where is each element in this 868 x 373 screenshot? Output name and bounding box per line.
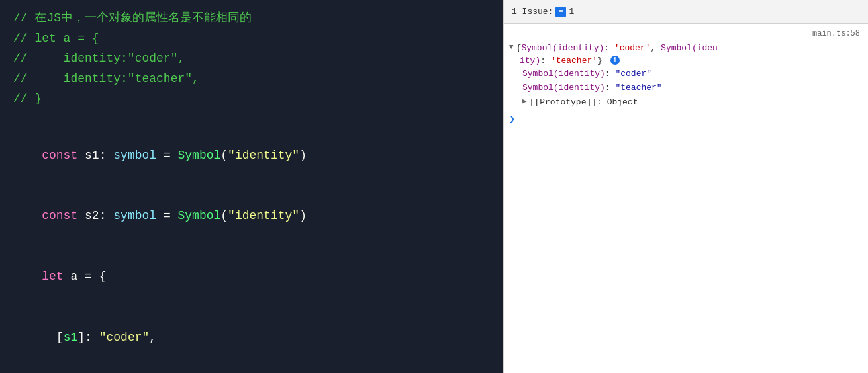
teacher-value: "teacher": [615, 83, 661, 93]
devtools-content: main.ts:58 {Symbol(identity): 'coder', S…: [504, 24, 868, 373]
issue-icon: ≡: [555, 7, 566, 17]
code-editor: // 在JS中，一个对象的属性名是不能相同的 // let a = { // i…: [0, 0, 503, 373]
let-a-open: let a = {: [13, 247, 490, 308]
prototype-row[interactable]: [[Prototype]]: Object: [504, 95, 868, 110]
devtools-toolbar: 1 Issue: ≡ 1: [504, 0, 868, 24]
issue-badge: 1 Issue: ≡ 1: [512, 7, 574, 17]
keyword-let: let: [42, 270, 70, 283]
comment-line-2: // let a = {: [13, 28, 490, 49]
prop-s2: [s2]: "teacher": [13, 368, 490, 373]
prop-teacher: Symbol(identity): "teacher": [522, 81, 863, 95]
coder-value: "coder": [615, 69, 651, 79]
s1-declaration: const s1: symbol = Symbol("identity"): [13, 125, 490, 186]
expand-arrow[interactable]: [509, 42, 514, 53]
prop-coder: Symbol(identity): "coder": [522, 67, 863, 81]
object-preview-cont: ity): 'teacher'} i: [504, 56, 868, 67]
keyword-const2: const: [42, 209, 85, 222]
issue-label: 1 Issue:: [512, 7, 553, 17]
file-reference: main.ts:58: [504, 29, 868, 38]
symbol-key-2: Symbol(identity): [522, 83, 605, 93]
console-prompt[interactable]: ❯: [504, 109, 868, 130]
comment-line-3: // identity:"coder",: [13, 48, 490, 69]
object-row[interactable]: {Symbol(identity): 'coder', Symbol(iden: [504, 41, 868, 56]
devtools-panel: 1 Issue: ≡ 1 main.ts:58 {Symbol(identity…: [503, 0, 868, 373]
info-icon[interactable]: i: [610, 56, 620, 65]
symbol-key-1: Symbol(identity): [522, 69, 605, 79]
keyword-const: const: [42, 149, 85, 162]
prop-teacher-row: Symbol(identity): "teacher": [504, 81, 868, 95]
issue-count: 1: [569, 7, 574, 17]
prototype-text: [[Prototype]]: Object: [530, 96, 863, 109]
object-preview: {Symbol(identity): 'coder', Symbol(iden: [516, 42, 863, 55]
comment-line-4: // identity:"teacher",: [13, 69, 490, 89]
prop-coder-row: Symbol(identity): "coder": [504, 67, 868, 81]
s2-declaration: const s2: symbol = Symbol("identity"): [13, 186, 490, 247]
prototype-arrow[interactable]: [522, 96, 527, 107]
prop-s1: [s1]: "coder",: [13, 307, 490, 368]
comment-line-1: // 在JS中，一个对象的属性名是不能相同的: [13, 8, 490, 28]
comment-line-5: // }: [13, 89, 490, 109]
